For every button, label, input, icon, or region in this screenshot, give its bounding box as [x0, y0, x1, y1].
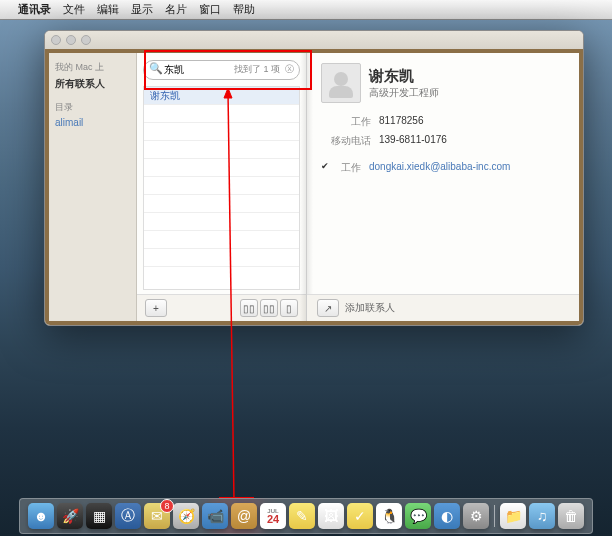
dock-finder[interactable]: ☻: [28, 503, 54, 529]
dock-safari[interactable]: 🧭: [173, 503, 199, 529]
dock-qq[interactable]: 🐧: [376, 503, 402, 529]
dock-notes[interactable]: ✎: [289, 503, 315, 529]
dock-facetime[interactable]: 📹: [202, 503, 228, 529]
mail-badge: 8: [160, 499, 174, 513]
dock-contacts[interactable]: @: [231, 503, 257, 529]
dock: ☻ 🚀 ▦ Ⓐ ✉ 8 🧭 📹 @ JUL24 ✎ 🖼 ✓ 🐧 💬 ◐ ⚙ 📁 …: [19, 498, 593, 534]
dock-calendar[interactable]: JUL24: [260, 503, 286, 529]
dock-trash[interactable]: 🗑: [558, 503, 584, 529]
dock-appstore[interactable]: Ⓐ: [115, 503, 141, 529]
annotation-arrow: [0, 0, 612, 536]
dock-settings[interactable]: ⚙: [463, 503, 489, 529]
dock-folder[interactable]: 📁: [500, 503, 526, 529]
dock-mail[interactable]: ✉ 8: [144, 503, 170, 529]
svg-marker-1: [224, 88, 232, 98]
dock-preview[interactable]: 🖼: [318, 503, 344, 529]
dock-messages[interactable]: 💬: [405, 503, 431, 529]
dock-mission-control[interactable]: ▦: [86, 503, 112, 529]
dock-launchpad[interactable]: 🚀: [57, 503, 83, 529]
dock-other[interactable]: ◐: [434, 503, 460, 529]
dock-itunes[interactable]: ♫: [529, 503, 555, 529]
dock-reminders[interactable]: ✓: [347, 503, 373, 529]
dock-divider: [494, 505, 495, 527]
svg-line-0: [228, 92, 234, 501]
